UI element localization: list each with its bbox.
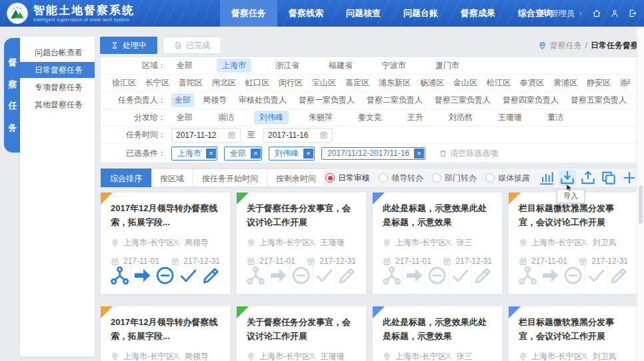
filter-option[interactable]: 朱丽萍 — [303, 111, 338, 125]
filter-option[interactable]: 督察二室负责人 — [363, 93, 426, 107]
remove-tag-icon[interactable]: × — [303, 149, 313, 159]
filter-option[interactable]: 奉贤区 — [517, 76, 547, 90]
filter-option[interactable]: 浦东新区 — [375, 76, 414, 90]
start-date-input[interactable]: 2017-11-12 — [171, 128, 241, 143]
share-icon[interactable] — [517, 264, 539, 286]
filter-option[interactable]: 局领导 — [199, 93, 230, 107]
filter-option[interactable]: 金山区 — [450, 76, 481, 90]
sort-tab-3[interactable]: 按剩余时间 — [267, 169, 325, 187]
sort-tab-2[interactable]: 按任务开始时间 — [193, 169, 267, 187]
filter-option[interactable]: 全部 — [171, 111, 198, 125]
filter-option[interactable]: 嘉定区 — [342, 76, 373, 90]
remove-tag-icon[interactable]: × — [206, 149, 216, 159]
forward-icon[interactable] — [131, 264, 153, 286]
forward-icon[interactable] — [403, 264, 425, 286]
filter-option[interactable]: 全部 — [171, 93, 194, 107]
sidebar-item-1[interactable]: 日常督察任务 — [20, 62, 95, 78]
logout-icon[interactable] — [628, 9, 637, 18]
filter-option[interactable]: 黄浦区 — [550, 76, 581, 90]
remove-icon[interactable] — [561, 264, 584, 286]
filter-option[interactable]: 上海市 — [217, 59, 251, 73]
check-icon[interactable] — [177, 264, 199, 286]
task-card[interactable]: 此处是标题，示意效果此处是标题，示意效果上海市-长宁区张三217-11-0121… — [372, 306, 503, 361]
filter-option[interactable]: 福建省 — [323, 59, 358, 73]
nav-item-4[interactable]: 督察成果 — [449, 0, 507, 27]
remove-tag-icon[interactable]: × — [414, 149, 424, 159]
remove-tag-icon[interactable]: × — [251, 149, 261, 159]
filter-option[interactable]: 闵行区 — [275, 76, 306, 90]
task-card[interactable]: 栏目标题微软雅黑分发事宜，会议讨论工作开展上海市-长宁区刘卫凤217-11-01… — [508, 306, 639, 361]
sort-tab-1[interactable]: 按区域 — [151, 169, 193, 187]
home-icon[interactable] — [592, 9, 601, 18]
filter-option[interactable]: 宝山区 — [309, 76, 339, 90]
remove-icon[interactable] — [425, 264, 448, 286]
radio-1[interactable]: 领导转办 — [379, 173, 423, 184]
filter-option[interactable]: 普陀区 — [175, 76, 206, 90]
filter-option[interactable]: 督察四室负责人 — [499, 93, 562, 107]
filter-option[interactable]: 董洁 — [542, 111, 569, 125]
forward-icon[interactable] — [267, 264, 289, 286]
check-icon[interactable] — [449, 264, 471, 286]
task-card[interactable]: 2017年12月领导转办督察线索，拓展字段...上海市-长宁区局领导217-11… — [100, 306, 231, 361]
nav-item-1[interactable]: 督察线索 — [277, 0, 335, 27]
filter-option[interactable]: 松江区 — [483, 76, 514, 90]
check-icon[interactable] — [585, 264, 607, 286]
copy-icon[interactable] — [600, 170, 617, 186]
edit-icon[interactable] — [607, 264, 630, 286]
task-card[interactable]: 关于督察任务分发事宜，会议讨论工作开展上海市-长宁区王珊珊217-11-0121… — [236, 306, 367, 361]
filter-option[interactable]: 虹口区 — [242, 76, 273, 90]
add-icon[interactable] — [621, 170, 638, 186]
filter-option[interactable]: 刘浩然 — [443, 111, 478, 125]
sidebar-item-2[interactable]: 专项督察任务 — [20, 79, 95, 95]
share-icon[interactable] — [245, 264, 267, 286]
profile-icon[interactable] — [610, 9, 619, 18]
task-card[interactable]: 此处是标题，示意效果此处是标题，示意效果上海市-长宁区张三217-11-0121… — [372, 192, 503, 294]
forward-icon[interactable] — [539, 264, 561, 286]
radio-2[interactable]: 部门转办 — [432, 173, 477, 184]
filter-option[interactable]: 姜文竞 — [353, 111, 387, 125]
filter-option[interactable]: 浙江省 — [270, 59, 305, 73]
edit-icon[interactable] — [335, 264, 358, 286]
sidebar-item-3[interactable]: 其他督察任务 — [20, 97, 95, 113]
task-card[interactable]: 关于督察任务分发事宜，会议讨论工作开展上海市-长宁区王珊珊217-11-0121… — [236, 192, 367, 294]
filter-option[interactable]: 崇明区 — [617, 76, 630, 90]
radio-3[interactable]: 媒体披露 — [485, 173, 530, 184]
stats-icon[interactable] — [538, 170, 555, 186]
filter-option[interactable]: 静安区 — [583, 76, 614, 90]
filter-option[interactable]: 闸北区 — [209, 76, 239, 90]
clear-filters-button[interactable]: 清空筛选选项 — [439, 148, 498, 159]
filter-option[interactable]: 全部 — [171, 59, 198, 73]
tab-completed[interactable]: 已完成 — [163, 37, 221, 54]
filter-option[interactable]: 督察三室负责人 — [431, 93, 494, 107]
filter-option[interactable]: 崇洁 — [213, 111, 239, 125]
breadcrumb-parent[interactable]: 督察任务 — [550, 40, 582, 51]
filter-option[interactable]: 徐汇区 — [109, 76, 139, 90]
sort-tab-0[interactable]: 综合排序 — [101, 169, 151, 187]
remove-icon[interactable] — [153, 264, 176, 286]
export-icon[interactable] — [579, 170, 597, 186]
share-icon[interactable] — [381, 264, 403, 286]
scrollbar-thumb[interactable] — [639, 185, 643, 224]
filter-option[interactable]: 王升 — [402, 111, 429, 125]
edit-icon[interactable] — [471, 264, 494, 286]
user-menu[interactable]: 管理员 — [539, 8, 583, 19]
filter-option[interactable]: 审核处负责人 — [235, 93, 290, 107]
filter-option[interactable]: 刘伟峰 — [254, 111, 289, 125]
end-date-input[interactable]: 2017-11-16 — [263, 128, 333, 143]
filter-option[interactable]: 长宁区 — [142, 76, 173, 90]
check-icon[interactable] — [313, 264, 335, 286]
task-card[interactable]: 栏目标题微软雅黑分发事宜，会议讨论工作开展上海市-长宁区刘卫凤217-11-01… — [508, 192, 639, 294]
tab-processing[interactable]: 处理中 — [100, 37, 157, 54]
filter-option[interactable]: 督察一室负责人 — [295, 93, 358, 107]
nav-item-3[interactable]: 问题台账 — [392, 0, 449, 27]
radio-0[interactable]: 日常审核 — [325, 173, 370, 184]
remove-icon[interactable] — [289, 264, 312, 286]
nav-item-2[interactable]: 问题核查 — [335, 0, 392, 27]
task-card[interactable]: 2017年12月领导转办督察线索，拓展字段...上海市-长宁区局领导217-11… — [100, 192, 231, 294]
filter-option[interactable]: 王珊珊 — [493, 111, 527, 125]
edit-icon[interactable] — [199, 264, 222, 286]
filter-option[interactable]: 杨浦区 — [417, 76, 447, 90]
scrollbar[interactable] — [637, 27, 644, 361]
filter-option[interactable]: 厦门市 — [430, 59, 465, 73]
import-icon[interactable]: 导入 — [559, 170, 576, 186]
